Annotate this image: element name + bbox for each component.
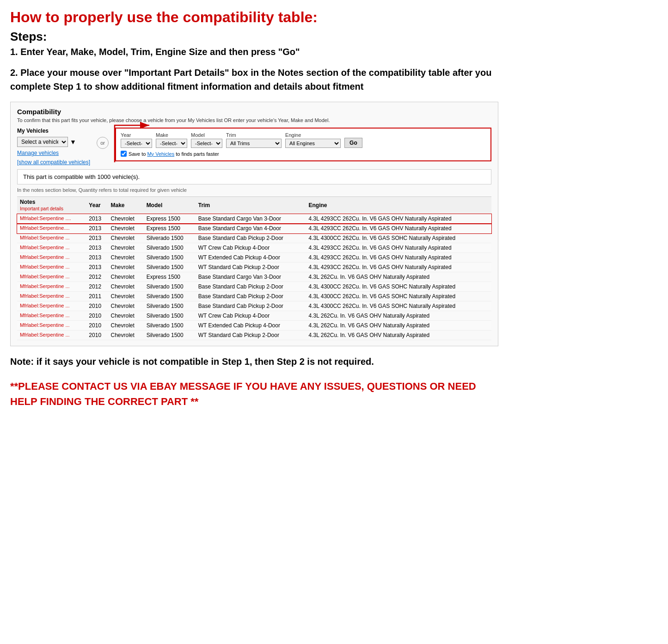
engine-field-group: Engine All Engines xyxy=(285,132,341,148)
my-vehicles-link[interactable]: My Vehicles xyxy=(147,151,174,157)
table-header-row: Notes Important part details Year Make M… xyxy=(17,197,491,214)
cell-make: Chevrolet xyxy=(108,263,143,272)
save-checkbox[interactable] xyxy=(121,151,127,157)
cell-model: Express 1500 xyxy=(144,272,196,282)
step-1-text: 1. Enter Year, Make, Model, Trim, Engine… xyxy=(10,47,498,57)
make-select[interactable]: -Select- xyxy=(156,139,187,148)
col-model: Model xyxy=(144,197,196,214)
cell-trim: Base Standard Cargo Van 3-Door xyxy=(196,214,306,224)
dropdown-arrow-icon: ▼ xyxy=(70,138,76,146)
cell-trim: WT Crew Cab Pickup 4-Door xyxy=(196,311,306,321)
model-select[interactable]: -Select- xyxy=(191,139,222,148)
cell-engine: 4.3L 262Cu. In. V6 GAS OHV Naturally Asp… xyxy=(306,272,492,282)
cell-engine: 4.3L 4293CC 262Cu. In. V6 GAS OHV Natura… xyxy=(306,214,492,224)
cell-model: Express 1500 xyxy=(144,214,196,224)
cell-engine: 4.3L 4293CC 262Cu. In. V6 GAS OHV Natura… xyxy=(306,253,492,263)
table-row: Mfrlabel:Serpentine ... 2010 Chevrolet S… xyxy=(17,311,491,321)
year-select[interactable]: -Select- xyxy=(121,139,152,148)
cell-model: Silverado 1500 xyxy=(144,321,196,331)
save-checkbox-row: Save to My Vehicles to finds parts faste… xyxy=(121,151,486,157)
table-row: Mfrlabel:Serpentine ... 2012 Chevrolet E… xyxy=(17,272,491,282)
manage-vehicles-link[interactable]: Manage vehicles xyxy=(17,150,90,156)
note-text: Note: if it says your vehicle is not com… xyxy=(10,355,498,368)
table-row: Mfrlabel:Serpentine ... 2013 Chevrolet S… xyxy=(17,233,491,243)
cell-make: Chevrolet xyxy=(108,301,143,311)
compatibility-table: Notes Important part details Year Make M… xyxy=(17,196,491,340)
cell-year: 2012 xyxy=(86,282,108,292)
compatibility-box: Compatibility To confirm that this part … xyxy=(10,102,498,346)
cell-notes: Mfrlabel:Serpentine ... xyxy=(17,243,86,253)
cell-trim: WT Crew Cab Pickup 4-Door xyxy=(196,243,306,253)
cell-year: 2013 xyxy=(86,253,108,263)
cell-model: Silverado 1500 xyxy=(144,243,196,253)
cell-notes: Mfrlabel:Serpentine ... xyxy=(17,233,86,243)
trim-field-group: Trim All Trims xyxy=(226,132,282,148)
table-row: Mfrlabel:Serpentine ... 2013 Chevrolet S… xyxy=(17,263,491,272)
compat-controls-row: My Vehicles Select a vehicle ▼ Manage ve… xyxy=(17,128,491,166)
cell-make: Chevrolet xyxy=(108,282,143,292)
col-trim: Trim xyxy=(196,197,306,214)
cell-engine: 4.3L 262Cu. In. V6 GAS OHV Naturally Asp… xyxy=(306,331,492,340)
cell-notes: Mfrlabel:Serpentine.... xyxy=(17,224,86,233)
cell-model: Silverado 1500 xyxy=(144,263,196,272)
cell-notes: Mfrlabel:Serpentine ... xyxy=(17,253,86,263)
cell-model: Silverado 1500 xyxy=(144,311,196,321)
cell-year: 2010 xyxy=(86,331,108,340)
cell-make: Chevrolet xyxy=(108,311,143,321)
table-row: Mfrlabel:Serpentine ... 2010 Chevrolet S… xyxy=(17,301,491,311)
go-button[interactable]: Go xyxy=(344,138,362,148)
cell-trim: Base Standard Cargo Van 4-Door xyxy=(196,224,306,233)
compat-title: Compatibility xyxy=(17,108,491,116)
cell-notes: Mfrlabel:Serpentine ... xyxy=(17,331,86,340)
cell-trim: Base Standard Cab Pickup 2-Door xyxy=(196,233,306,243)
table-row: Mfrlabel:Serpentine ... 2012 Chevrolet S… xyxy=(17,282,491,292)
cell-make: Chevrolet xyxy=(108,292,143,301)
notes-sub: Important part details xyxy=(20,206,63,211)
quantity-note: In the notes section below, Quantity ref… xyxy=(17,187,491,193)
cell-year: 2013 xyxy=(86,233,108,243)
cell-make: Chevrolet xyxy=(108,272,143,282)
col-notes: Notes Important part details xyxy=(17,197,86,214)
cell-trim: WT Standard Cab Pickup 2-Door xyxy=(196,263,306,272)
cell-model: Silverado 1500 xyxy=(144,233,196,243)
cell-notes: Mfrlabel:Serpentine ... xyxy=(17,272,86,282)
cell-model: Silverado 1500 xyxy=(144,331,196,340)
cell-notes: Mfrlabel:Serpentine ... xyxy=(17,292,86,301)
cell-year: 2010 xyxy=(86,301,108,311)
cell-notes: Mfrlabel:Serpentine .... xyxy=(17,214,86,224)
col-engine: Engine xyxy=(306,197,492,214)
vehicle-select[interactable]: Select a vehicle xyxy=(17,137,68,147)
main-title: How to properly use the compatibility ta… xyxy=(10,8,498,26)
cell-make: Chevrolet xyxy=(108,331,143,340)
model-field-group: Model -Select- xyxy=(191,132,222,148)
cell-year: 2013 xyxy=(86,243,108,253)
show-all-link[interactable]: [show all compatible vehicles] xyxy=(17,159,90,166)
my-vehicles-label: My Vehicles xyxy=(17,128,90,134)
cell-year: 2013 xyxy=(86,224,108,233)
table-row: Mfrlabel:Serpentine ... 2011 Chevrolet S… xyxy=(17,292,491,301)
save-label: Save to My Vehicles to finds parts faste… xyxy=(129,151,219,157)
cell-make: Chevrolet xyxy=(108,253,143,263)
engine-label: Engine xyxy=(285,132,341,138)
cell-engine: 4.3L 262Cu. In. V6 GAS OHV Naturally Asp… xyxy=(306,311,492,321)
table-row: Mfrlabel:Serpentine ... 2010 Chevrolet S… xyxy=(17,331,491,340)
year-make-row: Year -Select- Make -Select- Model -Selec… xyxy=(121,132,486,148)
or-separator: or xyxy=(97,137,109,149)
cell-notes: Mfrlabel:Serpentine ... xyxy=(17,301,86,311)
cell-year: 2011 xyxy=(86,292,108,301)
trim-label: Trim xyxy=(226,132,282,138)
cell-trim: WT Extended Cab Pickup 4-Door xyxy=(196,321,306,331)
engine-select[interactable]: All Engines xyxy=(285,139,341,148)
table-row: Mfrlabel:Serpentine ... 2013 Chevrolet S… xyxy=(17,253,491,263)
table-row: Mfrlabel:Serpentine ... 2013 Chevrolet S… xyxy=(17,243,491,253)
cell-notes: Mfrlabel:Serpentine ... xyxy=(17,263,86,272)
cell-engine: 4.3L 262Cu. In. V6 GAS OHV Naturally Asp… xyxy=(306,321,492,331)
table-row: Mfrlabel:Serpentine ... 2010 Chevrolet S… xyxy=(17,321,491,331)
cell-engine: 4.3L 4293CC 262Cu. In. V6 GAS OHV Natura… xyxy=(306,243,492,253)
cell-engine: 4.3L 4300CC 262Cu. In. V6 GAS SOHC Natur… xyxy=(306,301,492,311)
cell-year: 2010 xyxy=(86,311,108,321)
trim-select[interactable]: All Trims xyxy=(226,139,282,148)
cell-trim: Base Standard Cab Pickup 2-Door xyxy=(196,301,306,311)
cell-trim: WT Extended Cab Pickup 4-Door xyxy=(196,253,306,263)
cell-notes: Mfrlabel:Serpentine ... xyxy=(17,282,86,292)
